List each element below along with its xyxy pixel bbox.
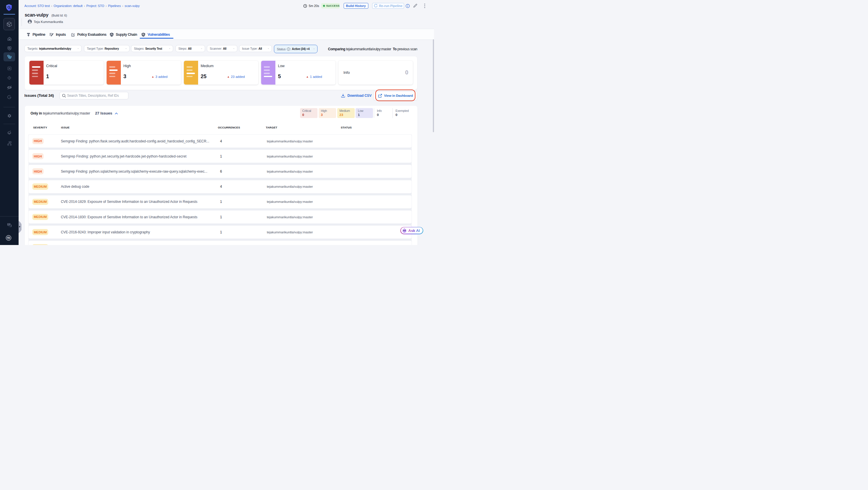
svg-text:?: ?	[8, 223, 9, 225]
